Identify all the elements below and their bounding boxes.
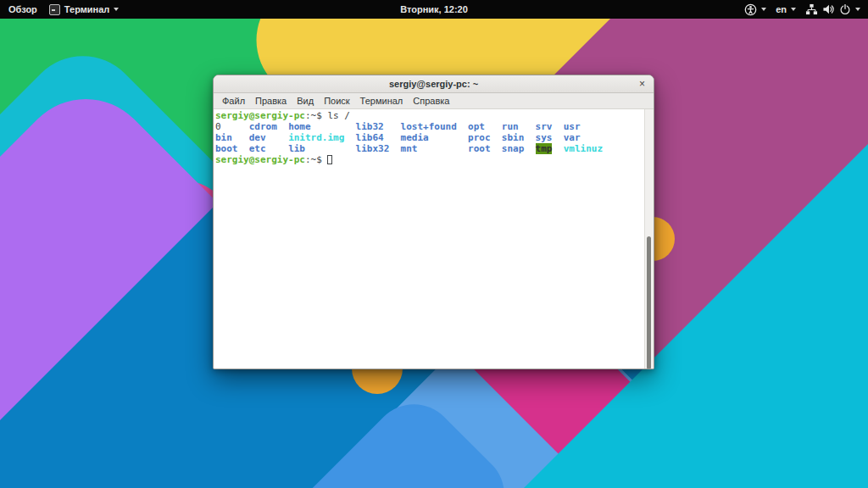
menu-item-2[interactable]: Вид bbox=[292, 95, 318, 107]
window-title: sergiy@sergiy-pc: ~ bbox=[214, 79, 654, 89]
terminal-area[interactable]: sergiy@sergiy-pc:~$ ls /0 cdrom home lib… bbox=[214, 109, 654, 369]
activities-button[interactable]: Обзор bbox=[8, 4, 37, 14]
chevron-down-icon bbox=[791, 8, 796, 11]
app-menu-label: Терминал bbox=[64, 4, 110, 14]
menu-item-1[interactable]: Правка bbox=[251, 95, 291, 107]
menu-item-0[interactable]: Файл bbox=[218, 95, 249, 107]
accessibility-icon bbox=[744, 3, 757, 16]
menu-item-4[interactable]: Терминал bbox=[356, 95, 408, 107]
menu-item-3[interactable]: Поиск bbox=[320, 95, 353, 107]
terminal-line: sergiy@sergiy-pc:~$ bbox=[215, 154, 643, 165]
volume-icon bbox=[822, 3, 835, 15]
scrollbar[interactable] bbox=[644, 109, 654, 369]
terminal-cursor bbox=[327, 155, 332, 164]
clock-button[interactable]: Вторник, 12:20 bbox=[400, 4, 468, 14]
terminal-window: sergiy@sergiy-pc: ~ × ФайлПравкаВидПоиск… bbox=[213, 75, 654, 369]
chevron-down-icon bbox=[761, 8, 766, 11]
terminal-menubar: ФайлПравкаВидПоискТерминалСправка bbox=[214, 93, 654, 109]
chevron-down-icon bbox=[855, 8, 860, 11]
terminal-app-icon bbox=[49, 4, 60, 15]
language-menu-button[interactable]: en bbox=[776, 4, 796, 14]
terminal-line: sergiy@sergiy-pc:~$ ls / bbox=[215, 110, 643, 121]
terminal-line: boot etc lib libx32 mnt root snap tmp vm… bbox=[215, 143, 643, 154]
close-button[interactable]: × bbox=[636, 75, 648, 92]
scrollbar-thumb[interactable] bbox=[647, 236, 651, 369]
window-titlebar[interactable]: sergiy@sergiy-pc: ~ × bbox=[214, 75, 654, 93]
chevron-down-icon bbox=[114, 8, 119, 11]
accessibility-menu-button[interactable] bbox=[744, 3, 766, 16]
language-label: en bbox=[776, 4, 787, 14]
menu-item-5[interactable]: Справка bbox=[409, 95, 453, 107]
terminal-line: bin dev initrd.img lib64 media proc sbin… bbox=[215, 132, 643, 143]
system-menu-button[interactable] bbox=[805, 3, 860, 15]
terminal-content[interactable]: sergiy@sergiy-pc:~$ ls /0 cdrom home lib… bbox=[215, 110, 643, 369]
top-bar: Обзор Терминал Вторник, 12:20 en bbox=[0, 0, 868, 19]
power-icon bbox=[839, 3, 851, 15]
activities-label: Обзор bbox=[8, 4, 37, 14]
app-menu-button[interactable]: Терминал bbox=[49, 4, 120, 15]
terminal-line: 0 cdrom home lib32 lost+found opt run sr… bbox=[215, 121, 643, 132]
network-wired-icon bbox=[805, 3, 818, 15]
